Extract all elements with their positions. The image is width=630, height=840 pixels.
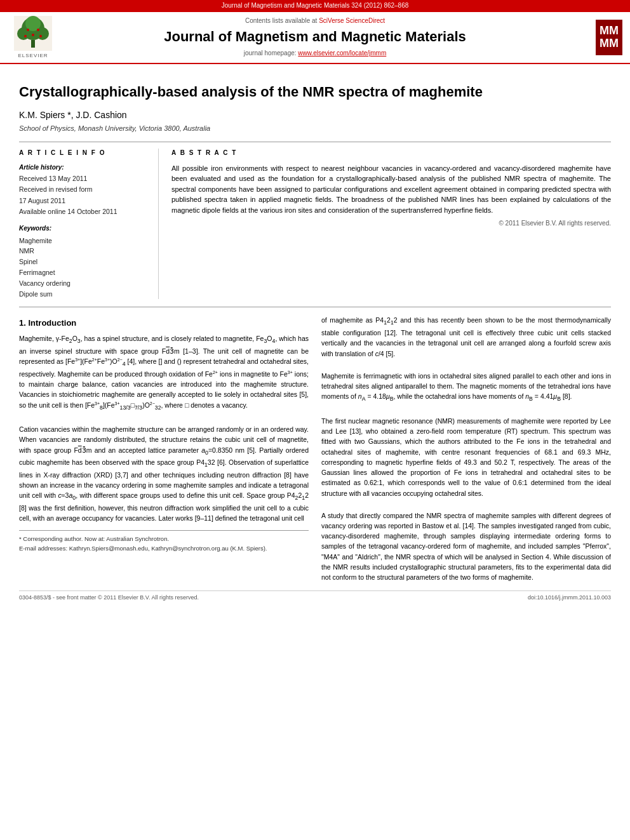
elsevier-tree-icon — [14, 16, 52, 51]
journal-reference-bar: Journal of Magnetism and Magnetic Materi… — [0, 0, 630, 12]
issn-text: 0304-8853/$ - see front matter © 2011 El… — [19, 594, 199, 602]
authors: K.M. Spiers *, J.D. Cashion — [19, 109, 611, 121]
bottom-bar: 0304-8853/$ - see front matter © 2011 El… — [19, 590, 611, 602]
right-para-2: Maghemite is ferrimagnetic with ions in … — [321, 371, 611, 404]
svg-point-7 — [37, 29, 39, 31]
svg-point-8 — [32, 34, 34, 36]
history-label: Article history: — [19, 163, 149, 173]
abstract-label: A B S T R A C T — [171, 149, 611, 158]
revised-label: Received in revised form — [19, 185, 149, 194]
abstract-col: A B S T R A C T All possible iron enviro… — [171, 149, 611, 299]
article-title: Crystallographically-based analysis of t… — [19, 82, 611, 102]
affiliation: School of Physics, Monash University, Vi… — [19, 124, 611, 134]
copyright-line: © 2011 Elsevier B.V. All rights reserved… — [171, 219, 611, 229]
body-right-col: of maghemite as P41212 and this has rece… — [321, 315, 611, 582]
journal-center-info: Contents lists available at SciVerse Sci… — [65, 17, 565, 58]
right-para-3: The first nuclear magnetic resonance (NM… — [321, 416, 611, 498]
elsevier-logo: ELSEVIER — [8, 16, 58, 60]
jmmm-logo-box: MMMM — [572, 20, 622, 55]
right-para-1: of maghemite as P41212 and this has rece… — [321, 315, 611, 358]
abstract-text: All possible iron environments with resp… — [171, 163, 611, 216]
article-info-col: A R T I C L E I N F O Article history: R… — [19, 149, 159, 299]
journal-homepage: journal homepage: www.elsevier.com/locat… — [65, 49, 565, 58]
keywords-label: Keywords: — [19, 224, 149, 234]
svg-rect-1 — [31, 40, 35, 48]
keywords-section: Keywords: Maghemite NMR Spinel Ferrimagn… — [19, 224, 149, 299]
keyword-2: NMR — [19, 246, 149, 257]
sciverse-line: Contents lists available at SciVerse Sci… — [65, 17, 565, 26]
doi-text: doi:10.1016/j.jmmm.2011.10.003 — [528, 594, 611, 602]
keyword-6: Dipole sum — [19, 289, 149, 300]
section1-heading: 1. Introduction — [19, 317, 309, 330]
sciverse-link[interactable]: SciVerse ScienceDirect — [319, 17, 385, 24]
right-para-4: A study that directly compared the NMR s… — [321, 510, 611, 583]
received-date: Received 13 May 2011 — [19, 174, 149, 183]
svg-point-10 — [39, 35, 42, 37]
footnote-email-label: E-mail addresses: Kathryn.Spiers@monash.… — [19, 544, 309, 553]
content-wrapper: Crystallographically-based analysis of t… — [0, 64, 630, 614]
keyword-3: Spinel — [19, 257, 149, 267]
svg-point-6 — [27, 29, 29, 31]
svg-point-9 — [24, 35, 27, 37]
homepage-link[interactable]: www.elsevier.com/locate/jmmm — [298, 50, 386, 57]
available-date: Available online 14 October 2011 — [19, 207, 149, 217]
journal-reference-text: Journal of Magnetism and Magnetic Materi… — [222, 2, 409, 9]
intro-para-1: Maghemite, γ-Fe2O3, has a spinel structu… — [19, 333, 309, 412]
elsevier-wordmark: ELSEVIER — [18, 52, 48, 60]
article-history: Article history: Received 13 May 2011 Re… — [19, 163, 149, 217]
keyword-1: Maghemite — [19, 236, 149, 246]
jmmm-logo-icon: MMMM — [596, 20, 622, 55]
intro-para-2: Cation vacancies within the maghemite st… — [19, 424, 309, 524]
body-columns: 1. Introduction Maghemite, γ-Fe2O3, has … — [19, 315, 611, 582]
divider — [19, 307, 611, 307]
body-left-col: 1. Introduction Maghemite, γ-Fe2O3, has … — [19, 315, 309, 582]
journal-title: Journal of Magnetism and Magnetic Materi… — [65, 27, 565, 47]
keyword-4: Ferrimagnet — [19, 267, 149, 278]
article-info-label: A R T I C L E I N F O — [19, 149, 149, 158]
journal-header: ELSEVIER Contents lists available at Sci… — [0, 12, 630, 65]
article-info-abstract: A R T I C L E I N F O Article history: R… — [19, 142, 611, 299]
keyword-5: Vacancy ordering — [19, 278, 149, 289]
footnote-section: * Corresponding author. Now at: Australi… — [19, 530, 309, 554]
footnote-star: * Corresponding author. Now at: Australi… — [19, 535, 309, 543]
revised-date: 17 August 2011 — [19, 196, 149, 206]
